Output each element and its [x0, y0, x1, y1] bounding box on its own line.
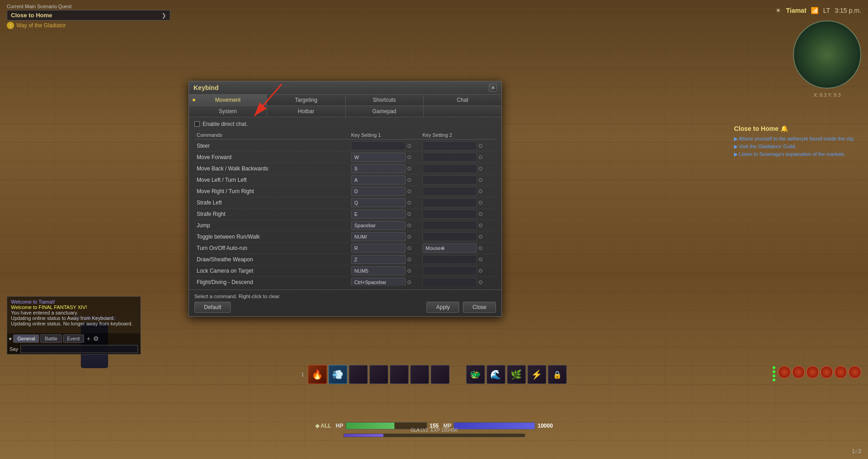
action-slot-3[interactable]: 💨: [328, 365, 347, 384]
keybind-key2-field[interactable]: [422, 175, 477, 185]
keybind-row[interactable]: Turn On/Off Auto-runRMouse⊕: [194, 243, 496, 254]
keybind-key1-dot[interactable]: [407, 258, 411, 261]
skill-icon-6[interactable]: [848, 366, 861, 379]
tab-shortcuts[interactable]: Shortcuts: [346, 95, 424, 105]
keybind-key1-field[interactable]: Spacebar: [351, 221, 406, 230]
keybind-key2-field[interactable]: Mouse⊕: [422, 244, 477, 253]
action-slot-10[interactable]: 🌊: [486, 365, 506, 384]
keybind-key1-dot[interactable]: [407, 201, 411, 205]
keybind-key1-dot[interactable]: [407, 144, 411, 148]
keybind-key1-field[interactable]: D: [351, 187, 406, 196]
keybind-key1-field[interactable]: [351, 141, 406, 150]
action-slot-5[interactable]: [369, 365, 388, 384]
action-slot-lock[interactable]: 🔒: [548, 365, 567, 384]
action-slot-11[interactable]: 🌿: [507, 365, 526, 384]
quest-detail-item-3[interactable]: Listen to Seseroga's explanation of the …: [734, 151, 861, 157]
keybind-key2-field[interactable]: [422, 187, 477, 196]
keybind-key1-field[interactable]: R: [351, 244, 406, 253]
keybind-key2-field[interactable]: [422, 221, 477, 230]
action-slot-7[interactable]: [410, 365, 429, 384]
action-slot-2[interactable]: 🔥: [308, 365, 327, 384]
keybind-key2-field[interactable]: [422, 232, 477, 241]
keybind-key2-dot[interactable]: [479, 201, 482, 205]
action-slot-4[interactable]: [349, 365, 368, 384]
keybind-row[interactable]: Move Left / Turn LeftA: [194, 175, 496, 186]
keybind-key1-field[interactable]: NUM5: [351, 266, 406, 275]
direct-chat-checkbox[interactable]: [194, 121, 200, 127]
keybind-key2-dot[interactable]: [479, 235, 482, 239]
keybind-key1-dot[interactable]: [407, 167, 411, 170]
keybind-key1-dot[interactable]: [407, 212, 411, 216]
keybind-row[interactable]: Lock Camera on TargetNUM5: [194, 265, 496, 277]
keybind-row[interactable]: Toggle between Run/WalkNUM/: [194, 231, 496, 243]
keybind-key2-field[interactable]: [422, 266, 477, 275]
chat-tab-battle[interactable]: Battle: [40, 334, 61, 343]
keybind-key2-dot[interactable]: [479, 178, 482, 182]
chat-settings-btn[interactable]: ⚙: [93, 335, 99, 342]
keybind-key2-dot[interactable]: [479, 258, 482, 261]
minimap[interactable]: N X: 8.3 Y: 9.3: [793, 20, 861, 89]
keybind-key1-dot[interactable]: [407, 155, 411, 159]
keybind-key2-dot[interactable]: [479, 155, 482, 159]
skill-icon-3[interactable]: [806, 366, 819, 379]
tab-targeting[interactable]: Targeting: [267, 95, 345, 105]
keybind-key2-field[interactable]: [422, 198, 477, 207]
quest-detail-item-1[interactable]: Attune yourself to the aetheryte found i…: [734, 136, 861, 142]
keybind-row[interactable]: Strafe LeftQ: [194, 197, 496, 209]
apply-button[interactable]: Apply: [427, 302, 459, 313]
keybind-key1-field[interactable]: S: [351, 164, 406, 173]
chat-tab-event[interactable]: Event: [63, 334, 84, 343]
keybind-key2-dot[interactable]: [479, 246, 482, 250]
tab-gamepad[interactable]: Gamepad: [346, 106, 424, 117]
keybind-key2-field[interactable]: [422, 164, 477, 173]
chat-input-field[interactable]: [20, 345, 138, 353]
keybind-key2-field[interactable]: [422, 255, 477, 264]
keybind-key1-dot[interactable]: [407, 190, 411, 193]
keybind-key2-field[interactable]: [422, 210, 477, 219]
keybind-row[interactable]: Move Right / Turn RightD: [194, 186, 496, 197]
action-slot-8[interactable]: [431, 365, 450, 384]
default-button[interactable]: Default: [194, 302, 231, 313]
keybind-row[interactable]: Strafe RightE: [194, 209, 496, 220]
keybind-row[interactable]: JumpSpacebar: [194, 220, 496, 231]
skill-icon-1[interactable]: [778, 366, 791, 379]
dialog-close-button[interactable]: ✕: [489, 84, 497, 92]
keybind-key1-field[interactable]: W: [351, 153, 406, 162]
keybind-key2-field[interactable]: [422, 141, 477, 150]
keybind-key2-dot[interactable]: [479, 167, 482, 170]
keybind-key1-field[interactable]: Ctrl+Spacebar: [351, 278, 406, 286]
keybind-key1-dot[interactable]: [407, 224, 411, 227]
tab-chat[interactable]: Chat: [424, 95, 501, 105]
keybind-key1-dot[interactable]: [407, 178, 411, 182]
keybind-row[interactable]: Flight/Diving - DescendCtrl+Spacebar: [194, 277, 496, 286]
tab-movement[interactable]: Movement: [189, 95, 267, 105]
keybind-key2-dot[interactable]: [479, 212, 482, 216]
keybind-key2-dot[interactable]: [479, 269, 482, 273]
skill-icon-5[interactable]: [834, 366, 847, 379]
keybind-key1-field[interactable]: E: [351, 210, 406, 219]
action-slot-6[interactable]: [390, 365, 409, 384]
chat-add-btn[interactable]: +: [85, 335, 92, 342]
keybind-key1-dot[interactable]: [407, 246, 411, 250]
action-slot-12[interactable]: ⚡: [527, 365, 546, 384]
keybind-key1-field[interactable]: Z: [351, 255, 406, 264]
keybind-key1-field[interactable]: A: [351, 175, 406, 185]
keybind-key1-dot[interactable]: [407, 269, 411, 273]
keybind-row[interactable]: Steer: [194, 140, 496, 152]
keybind-key1-field[interactable]: Q: [351, 198, 406, 207]
quest-main-row[interactable]: Close to Home ❯: [7, 10, 170, 20]
close-button[interactable]: Close: [463, 302, 496, 313]
tab-system[interactable]: System: [189, 106, 267, 117]
keybind-key2-dot[interactable]: [479, 190, 482, 193]
keybind-key2-field[interactable]: [422, 278, 477, 286]
chat-tab-general[interactable]: General: [13, 334, 39, 343]
keybind-row[interactable]: Draw/Sheathe WeaponZ: [194, 254, 496, 265]
keybind-key2-dot[interactable]: [479, 224, 482, 227]
keybind-key2-dot[interactable]: [479, 280, 482, 284]
keybind-key1-dot[interactable]: [407, 280, 411, 284]
keybind-key2-field[interactable]: [422, 153, 477, 162]
keybind-row[interactable]: Move ForwardW: [194, 152, 496, 163]
tab-hotbar[interactable]: Hotbar: [267, 106, 345, 117]
skill-icon-2[interactable]: [792, 366, 805, 379]
quest-detail-item-2[interactable]: Visit the Gladiators' Guild.: [734, 144, 861, 150]
